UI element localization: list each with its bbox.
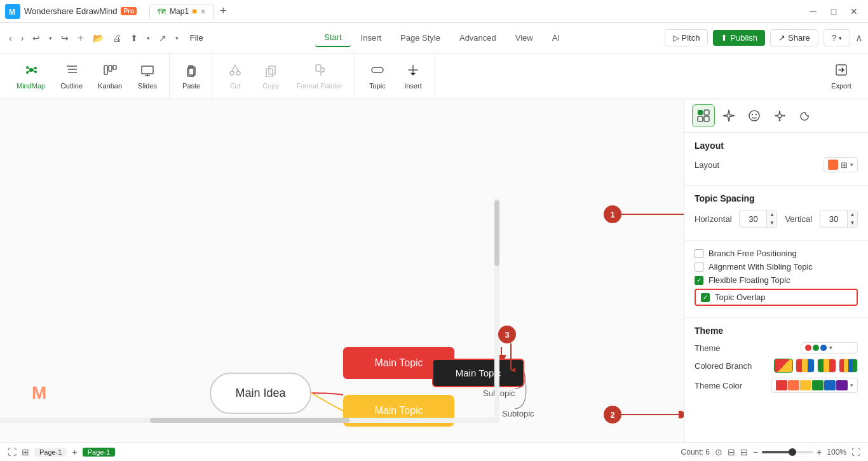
branch-option-2[interactable] xyxy=(796,359,815,373)
title-bar: M Wondershare EdrawMind Pro 🗺 Map1 ✕ + ─… xyxy=(0,0,868,23)
horizontal-spin-up[interactable]: ▲ xyxy=(766,210,776,219)
paste-tool[interactable]: Paste xyxy=(176,60,207,92)
branch-option-1[interactable] xyxy=(774,359,793,373)
vertical-spin-up[interactable]: ▲ xyxy=(847,210,857,219)
file-menu[interactable]: File xyxy=(184,31,210,45)
kanban-icon xyxy=(103,63,117,80)
export-nav-button[interactable]: ⬆ xyxy=(126,31,142,46)
new-button[interactable]: + xyxy=(74,30,87,46)
cut-tool[interactable]: Cut xyxy=(219,60,252,92)
flexible-checkbox[interactable]: ✓ xyxy=(695,276,703,285)
undo-dropdown[interactable]: ▾ xyxy=(45,32,56,44)
canvas[interactable]: Main Idea Main Topic Main Topic Main Top… xyxy=(0,99,684,442)
mindmap-tool[interactable]: MindMap xyxy=(10,60,51,92)
back-button[interactable]: ‹ xyxy=(5,31,16,46)
pitch-label: Pitch xyxy=(682,33,700,43)
panel-toggle[interactable]: ⊞ xyxy=(22,447,29,457)
close-button[interactable]: ✕ xyxy=(845,3,863,20)
help-button[interactable]: ? ▾ xyxy=(824,29,850,46)
share-button[interactable]: ↗ Share xyxy=(770,29,818,46)
expand-button[interactable]: ⛶ xyxy=(851,447,860,457)
another-status-icon[interactable]: ⊟ xyxy=(740,447,748,457)
publish-button[interactable]: ⬆ Publish xyxy=(713,30,765,46)
outline-tool[interactable]: Outline xyxy=(54,60,89,92)
alignment-label: Alignment With Sibling Topic xyxy=(709,262,813,272)
open-folder-button[interactable]: 📂 xyxy=(89,31,107,46)
share-nav-button[interactable]: ↗ xyxy=(155,31,170,46)
page-1-active-tag[interactable]: Page-1 xyxy=(83,448,115,457)
theme-color-select[interactable]: ▾ xyxy=(771,378,858,393)
slides-tool[interactable]: Slides xyxy=(131,60,164,92)
svg-line-25 xyxy=(232,65,235,71)
redo-button[interactable]: ↪ xyxy=(57,31,72,46)
forward-button[interactable]: › xyxy=(17,31,28,46)
menu-tabs: Start Insert Page Style Advanced View AI xyxy=(220,29,665,47)
format-painter-tool[interactable]: Format Painter xyxy=(290,60,349,92)
vertical-spin-down[interactable]: ▼ xyxy=(847,219,857,227)
menu-tab-advanced[interactable]: Advanced xyxy=(451,29,505,46)
export-tool[interactable]: Export xyxy=(825,60,858,92)
svg-rect-14 xyxy=(104,65,107,74)
tab-map1-label: Map1 xyxy=(170,7,189,16)
tab-close[interactable]: ✕ xyxy=(200,8,206,16)
format-painter-icon xyxy=(313,63,327,80)
layout-status-icon[interactable]: ⊟ xyxy=(728,447,735,457)
toolbar-spacer xyxy=(437,53,818,99)
zoom-in-button[interactable]: + xyxy=(817,447,822,457)
panel-icon-moon[interactable] xyxy=(794,104,817,127)
tab-map1[interactable]: 🗺 Map1 ✕ xyxy=(149,4,214,19)
watermark: M xyxy=(32,383,51,404)
branch-option-3[interactable] xyxy=(817,359,836,373)
zoom-slider[interactable] xyxy=(762,451,813,453)
vertical-scrollbar[interactable] xyxy=(494,198,499,418)
alignment-checkbox[interactable] xyxy=(695,263,703,272)
menu-tab-view[interactable]: View xyxy=(506,29,542,46)
vertical-input[interactable] xyxy=(820,210,847,227)
fullscreen-toggle[interactable]: ⛶ xyxy=(8,447,17,457)
horizontal-scrollbar[interactable] xyxy=(0,418,499,423)
panel-icon-sparkle[interactable] xyxy=(717,104,740,127)
panel-icon-smiley[interactable] xyxy=(743,104,766,127)
insert-tool[interactable]: Insert xyxy=(397,60,430,92)
maximize-button[interactable]: □ xyxy=(825,3,843,20)
menu-tab-page-style[interactable]: Page Style xyxy=(391,29,449,46)
pitch-button[interactable]: ▷ Pitch xyxy=(665,29,709,46)
share-nav-dropdown[interactable]: ▾ xyxy=(172,32,182,44)
layout-select[interactable]: ⊞ ▾ xyxy=(824,157,858,172)
panel-icon-gear[interactable] xyxy=(768,104,791,127)
topic-tool[interactable]: Topic xyxy=(361,60,394,92)
undo-button[interactable]: ↩ xyxy=(29,31,44,46)
horizontal-input[interactable] xyxy=(740,210,766,227)
print-button[interactable]: 🖨 xyxy=(109,31,125,46)
minimize-button[interactable]: ─ xyxy=(804,3,822,20)
branch-free-checkbox[interactable] xyxy=(695,249,703,258)
menu-tab-insert[interactable]: Insert xyxy=(352,29,391,46)
main-idea-node[interactable]: Main Idea xyxy=(210,373,311,414)
topic-overlap-label: Topic Overlap xyxy=(715,292,765,302)
collapse-button[interactable]: ∧ xyxy=(855,32,863,44)
zoom-percent-label: 100% xyxy=(827,448,846,457)
main-topic-black[interactable]: Main Topic xyxy=(432,359,524,387)
zoom-control: − + xyxy=(753,447,822,457)
fit-icon[interactable]: ⊙ xyxy=(715,447,722,457)
theme-color-dropdown-icon: ▾ xyxy=(850,382,853,389)
theme-select[interactable]: ▾ xyxy=(801,342,858,354)
new-tab-button[interactable]: + xyxy=(215,4,231,19)
layout-grid-icon: ⊞ xyxy=(841,160,848,170)
menu-tab-ai[interactable]: AI xyxy=(543,29,569,46)
menu-nav: ‹ › ↩ ▾ ↪ + 📂 🖨 ⬆ ▾ ↗ ▾ File xyxy=(5,30,210,46)
branch-option-4[interactable] xyxy=(839,359,858,373)
menu-tab-start[interactable]: Start xyxy=(315,29,350,47)
horizontal-spin-down[interactable]: ▼ xyxy=(766,219,776,227)
page-1-inactive-tag[interactable]: Page-1 xyxy=(34,448,67,457)
zoom-out-button[interactable]: − xyxy=(753,447,758,457)
export-nav-dropdown[interactable]: ▾ xyxy=(143,32,154,44)
add-page-button[interactable]: + xyxy=(72,447,77,457)
copy-tool[interactable]: Copy xyxy=(254,60,287,92)
zoom-slider-thumb[interactable] xyxy=(789,448,796,456)
kanban-tool[interactable]: Kanban xyxy=(92,60,128,92)
svg-rect-38 xyxy=(698,110,703,115)
topic-overlap-checkbox[interactable]: ✓ xyxy=(701,293,710,302)
menu-right: ▷ Pitch ⬆ Publish ↗ Share ? ▾ ∧ xyxy=(665,29,863,46)
panel-icon-layout[interactable] xyxy=(692,104,715,127)
